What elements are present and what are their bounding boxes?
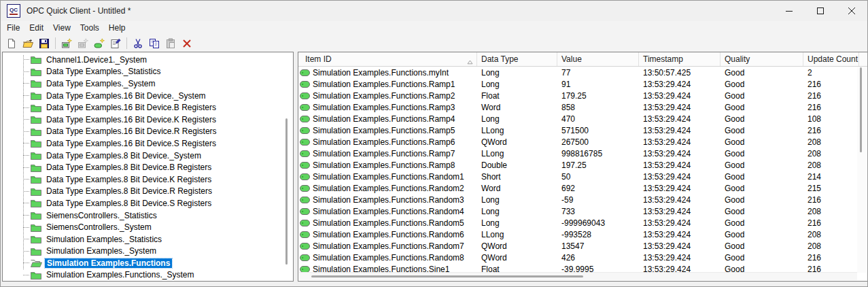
column-header-update-count[interactable]: Update Count	[803, 52, 859, 66]
maximize-button[interactable]	[805, 1, 836, 21]
minimize-button[interactable]	[774, 1, 805, 21]
cell-text: Short	[481, 172, 501, 182]
close-button[interactable]	[836, 1, 867, 21]
folder-closed-icon	[31, 163, 41, 172]
table-row[interactable]: Simulation Examples.Functions.Random8QWo…	[298, 252, 867, 263]
column-header-data-type[interactable]: Data Type	[477, 52, 557, 66]
cell-text: 208	[808, 241, 821, 251]
vertical-scroll-thumb[interactable]	[860, 67, 862, 152]
tree-item[interactable]: Data Type Examples.8 Bit Device.B Regist…	[3, 161, 293, 173]
tree-item[interactable]: SiemensControllers._System	[3, 221, 293, 233]
cell-update-count: 216	[803, 253, 859, 263]
new-server-button[interactable]	[58, 36, 75, 51]
tree-item[interactable]: Data Type Examples.16 Bit Device.R Regis…	[3, 126, 293, 138]
cell-text: Simulation Examples.Functions.Random8	[313, 253, 464, 263]
tree-item[interactable]: Data Type Examples.8 Bit Device._System	[3, 150, 293, 162]
copy-button[interactable]	[146, 36, 162, 51]
new-file-button[interactable]	[3, 36, 20, 51]
table-row[interactable]: Simulation Examples.Functions.Ramp3Word8…	[298, 101, 867, 113]
cell-update-count: 216	[803, 91, 859, 101]
cell-text: Good	[725, 218, 744, 228]
column-header-value[interactable]: Value	[557, 52, 639, 66]
tree-item[interactable]: Data Type Examples.16 Bit Device.S Regis…	[3, 137, 293, 150]
new-item-button[interactable]	[91, 36, 107, 51]
tree-item[interactable]: Data Type Examples.8 Bit Device.R Regist…	[3, 186, 293, 198]
horizontal-scroll-thumb[interactable]	[311, 275, 583, 277]
table-row[interactable]: Simulation Examples.Functions.Random7QWo…	[298, 240, 867, 252]
table-row[interactable]: Simulation Examples.Functions.Ramp7LLong…	[298, 148, 867, 159]
cell-text: 216	[808, 80, 821, 89]
cell-quality: Good	[721, 103, 803, 112]
item-tag-icon	[300, 127, 310, 134]
tree-item[interactable]: Data Type Examples.8 Bit Device.S Regist…	[3, 197, 293, 209]
cell-text: 571500	[561, 126, 589, 135]
cell-text: 13:53:29.424	[643, 253, 691, 263]
cell-text: Simulation Examples.Functions.Random4	[313, 207, 464, 216]
table-row[interactable]: Simulation Examples.Functions.Ramp4Long4…	[298, 113, 867, 124]
menu-help[interactable]: Help	[104, 22, 131, 34]
cell-text: Simulation Examples.Functions.Ramp4	[313, 114, 455, 124]
delete-button[interactable]	[179, 36, 195, 51]
table-row[interactable]: Simulation Examples.Functions.Ramp1Long9…	[298, 78, 867, 90]
table-row[interactable]: Simulation Examples.Functions.Random3Lon…	[298, 194, 867, 205]
table-horizontal-scrollbar[interactable]	[299, 272, 857, 280]
menu-tools[interactable]: Tools	[75, 22, 104, 34]
cell-text: 13:53:29.424	[643, 241, 691, 251]
tree-item[interactable]: Channel1.Device1._System	[3, 54, 293, 66]
item-tag-icon	[300, 185, 310, 192]
tree-item-label: Channel1.Device1._System	[44, 55, 149, 65]
menu-edit[interactable]: Edit	[24, 22, 48, 34]
table-row[interactable]: Simulation Examples.Functions.Ramp8Doubl…	[298, 159, 867, 171]
table-vertical-scrollbar[interactable]	[857, 67, 867, 273]
tree-item[interactable]: Data Type Examples.16 Bit Device.B Regis…	[3, 101, 293, 114]
cell-timestamp: 13:53:29.424	[639, 126, 721, 135]
tree-item[interactable]: SiemensControllers._Statistics	[3, 209, 293, 222]
column-header-timestamp[interactable]: Timestamp	[639, 52, 721, 66]
tree-item-label: Data Type Examples.16 Bit Device.K Regis…	[44, 115, 218, 124]
cell-text: 208	[808, 207, 821, 216]
item-tag-icon	[300, 220, 310, 226]
table-row[interactable]: Simulation Examples.Functions.Ramp6QWord…	[298, 136, 867, 148]
table-row[interactable]: Simulation Examples.Functions.Ramp2Float…	[298, 90, 867, 101]
cell-text: 858	[561, 103, 575, 112]
folder-open-icon	[31, 258, 42, 267]
table-row[interactable]: Simulation Examples.Functions.Ramp5LLong…	[298, 124, 867, 136]
cell-text: Simulation Examples.Functions.Random2	[313, 184, 464, 193]
close-icon	[848, 7, 855, 14]
cell-text: Good	[725, 230, 744, 239]
column-header-filler	[859, 52, 867, 66]
table-row[interactable]: Simulation Examples.Functions.Random1Sho…	[298, 171, 867, 182]
column-header-quality[interactable]: Quality	[721, 52, 803, 66]
menu-view[interactable]: View	[48, 22, 75, 34]
table-row[interactable]: Simulation Examples.Functions.Random2Wor…	[298, 182, 867, 194]
tree-item[interactable]: Data Type Examples._Statistics	[3, 66, 293, 78]
cell-text: 13:53:29.424	[643, 149, 691, 158]
app-icon-underline	[10, 14, 18, 15]
tree-item[interactable]: Data Type Examples.16 Bit Device._System	[3, 90, 293, 102]
properties-button[interactable]	[107, 36, 124, 51]
save-button[interactable]	[36, 36, 52, 51]
cell-value: 77	[557, 68, 639, 78]
tree-item[interactable]: Simulation Examples._Statistics	[3, 233, 293, 246]
folder-closed-icon	[31, 223, 41, 232]
tree-item[interactable]: Simulation Examples.Functions._System	[3, 269, 293, 282]
tree-item[interactable]: Simulation Examples._System	[3, 246, 293, 258]
tree-item[interactable]: Data Type Examples.16 Bit Device.K Regis…	[3, 114, 293, 126]
cell-timestamp: 13:50:57.425	[639, 68, 721, 78]
table-row[interactable]: Simulation Examples.Functions.Random4Lon…	[298, 205, 867, 217]
table-row[interactable]: Simulation Examples.Functions.Random5Lon…	[298, 217, 867, 229]
table-row[interactable]: Simulation Examples.Functions.myIntLong7…	[298, 67, 867, 78]
cell-timestamp: 13:53:29.424	[639, 161, 721, 170]
table-row[interactable]: Simulation Examples.Functions.Random6LLo…	[298, 229, 867, 240]
tree-vertical-scrollbar[interactable]	[285, 118, 288, 265]
tree-item-selected[interactable]: Simulation Examples.Functions	[3, 257, 293, 269]
cut-button[interactable]	[130, 36, 146, 51]
cell-data-type: Double	[477, 161, 557, 170]
column-header-item-id[interactable]: Item ID	[298, 52, 477, 66]
open-file-button[interactable]	[20, 36, 36, 51]
properties-icon	[110, 38, 122, 49]
menu-file[interactable]: File	[2, 22, 24, 34]
tree-item[interactable]: Data Type Examples.8 Bit Device.K Regist…	[3, 173, 293, 186]
tree-item-label: SiemensControllers._System	[44, 222, 154, 232]
tree-item[interactable]: Data Type Examples._System	[3, 78, 293, 90]
